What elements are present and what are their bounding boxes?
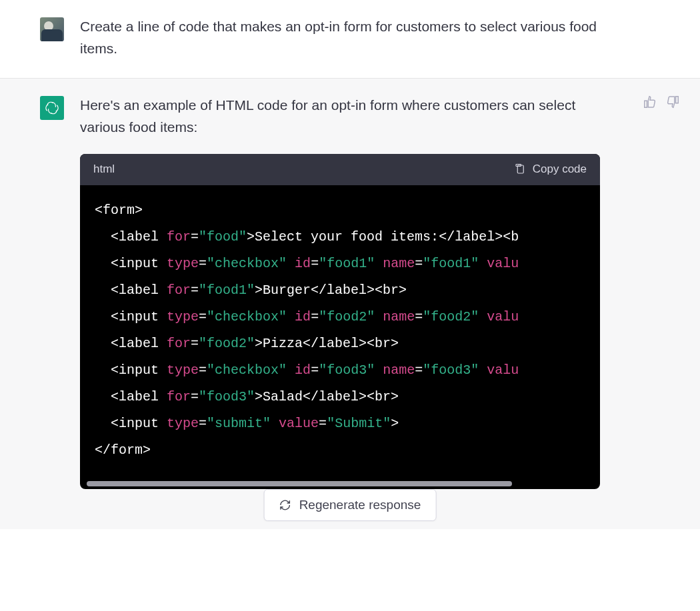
- thumbs-up-button[interactable]: [643, 95, 657, 112]
- code-horizontal-scrollbar[interactable]: [80, 481, 600, 489]
- openai-logo-icon: [44, 100, 60, 116]
- clipboard-icon: [514, 163, 526, 175]
- assistant-body: Here's an example of HTML code for an op…: [80, 95, 600, 488]
- feedback-buttons: [643, 95, 680, 112]
- regenerate-response-button[interactable]: Regenerate response: [264, 489, 437, 521]
- code-language-label: html: [93, 161, 115, 178]
- thumbs-up-icon: [643, 95, 657, 109]
- scrollbar-thumb[interactable]: [87, 481, 512, 486]
- user-message-row: Create a line of code that makes an opt-…: [0, 0, 700, 79]
- assistant-message-row: Here's an example of HTML code for an op…: [0, 79, 700, 528]
- copy-code-button[interactable]: Copy code: [514, 161, 587, 178]
- code-content[interactable]: <form> <label for="food">Select your foo…: [80, 185, 600, 485]
- code-block: html Copy code <form> <label for="food">…: [80, 154, 600, 488]
- regenerate-label: Regenerate response: [299, 498, 421, 512]
- assistant-intro-text: Here's an example of HTML code for an op…: [80, 95, 600, 138]
- copy-code-label: Copy code: [533, 161, 587, 178]
- thumbs-down-button[interactable]: [665, 95, 680, 112]
- thumbs-down-icon: [665, 95, 680, 109]
- user-avatar: [40, 17, 64, 41]
- code-header: html Copy code: [80, 154, 600, 185]
- regenerate-icon: [279, 499, 291, 511]
- user-prompt-text: Create a line of code that makes an opt-…: [80, 16, 600, 59]
- assistant-avatar: [40, 96, 64, 120]
